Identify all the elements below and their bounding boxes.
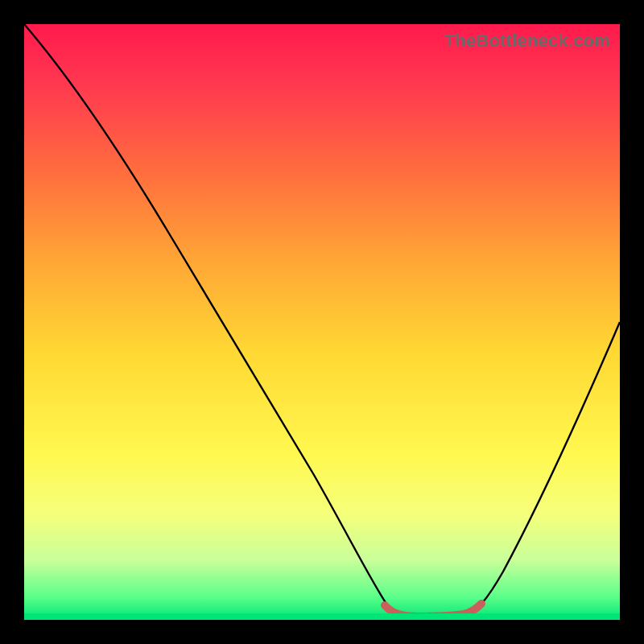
curve-svg [24, 24, 620, 620]
chart-frame: TheBottleneck.com [0, 0, 644, 644]
green-bottom-bar [24, 613, 620, 620]
bottleneck-curve-line [24, 24, 620, 618]
plot-area: TheBottleneck.com [24, 24, 620, 620]
